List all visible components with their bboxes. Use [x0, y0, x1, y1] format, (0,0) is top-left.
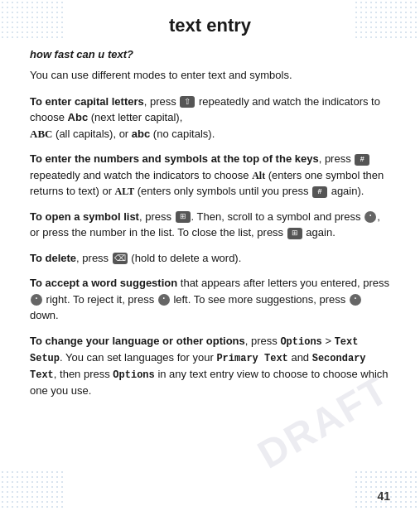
ui-label-options2: Options — [113, 369, 154, 381]
section-symbol-text2: . Then, scroll to a symbol and press — [191, 210, 364, 223]
indicator-abc-cap: Abc — [68, 111, 89, 123]
sym-key-icon2 — [287, 228, 302, 239]
nav-circle-left — [158, 294, 170, 306]
sym-key-icon — [176, 211, 191, 223]
content-area: text entry how fast can u text? You can … — [0, 0, 420, 427]
section-symbol-text1: , press — [139, 210, 175, 223]
section-capital-text4: (all capitals), or — [52, 128, 131, 140]
page-wrapper: text entry how fast can u text? You can … — [0, 0, 420, 511]
section-symbol-list: To open a symbol list, press . Then, scr… — [30, 209, 390, 241]
indicator-ALT: ALT — [115, 186, 135, 197]
nav-circle-down — [350, 294, 361, 306]
section-capital-text5: (no capitals). — [150, 128, 215, 140]
section-symbol-text4: again. — [303, 226, 336, 239]
section-language-text3: . You can set languages for your — [60, 351, 216, 364]
page-number: 41 — [377, 489, 390, 503]
nav-circle-icon1 — [364, 211, 376, 223]
section-capital-letters: To enter capital letters, press repeated… — [30, 94, 390, 142]
hash-key-icon2 — [312, 186, 327, 198]
section-delete-text2: (hold to delete a word). — [128, 252, 242, 264]
section-numbers-text4: (enters only symbols until you press — [134, 185, 311, 197]
corner-decoration-bl — [0, 470, 66, 511]
section-language-text4: and — [288, 351, 312, 364]
section-language-options: To change your language or other options… — [30, 333, 390, 399]
section-suggestion-text4: down. — [30, 309, 59, 321]
section-word-suggestion: To accept a word suggestion that appears… — [30, 275, 390, 324]
section-language-text5: , then press — [54, 368, 113, 380]
shift-key-icon — [180, 96, 195, 108]
section-numbers-bold: To enter the numbers and symbols at the … — [30, 152, 319, 165]
section-numbers-text2: repeatedly and watch the indicators to c… — [30, 169, 252, 181]
section-delete-bold: To delete — [30, 252, 76, 264]
section-numbers-text5: again). — [328, 185, 364, 197]
section-language-bold: To change your language or other options — [30, 335, 245, 347]
section-delete-text1: , press — [76, 252, 112, 264]
indicator-no-caps: abc — [132, 128, 150, 140]
section-delete: To delete, press (hold to delete a word)… — [30, 250, 390, 267]
hash-key-icon — [355, 154, 369, 166]
ui-label-options1: Options — [280, 336, 321, 348]
subtitle: how fast can u text? — [30, 48, 390, 60]
indicator-all-caps: ABC — [30, 128, 52, 140]
section-language-text2: > — [322, 335, 335, 347]
section-symbol-bold: To open a symbol list — [30, 210, 139, 223]
intro-text: You can use different modes to enter tex… — [30, 67, 390, 84]
section-suggestion-text3: left. To see more suggestions, press — [171, 293, 349, 306]
nav-circle-right — [31, 294, 42, 306]
section-numbers-symbols: To enter the numbers and symbols at the … — [30, 151, 390, 200]
section-suggestion-text1: that appears after letters you entered, … — [177, 277, 389, 289]
page-title: text entry — [30, 15, 390, 36]
indicator-alt: Alt — [252, 170, 265, 181]
del-key-icon — [113, 253, 128, 264]
section-capital-bold: To enter capital letters — [30, 95, 144, 108]
section-capital-text3: (next letter capital), — [88, 111, 182, 123]
section-language-text1: , press — [245, 335, 281, 347]
section-suggestion-text2: right. To reject it, press — [43, 293, 157, 306]
section-numbers-text1: , press — [319, 152, 355, 165]
section-suggestion-bold: To accept a word suggestion — [30, 277, 177, 289]
ui-label-primary-text: Primary Text — [216, 353, 287, 364]
section-capital-text1: , press — [144, 95, 180, 108]
